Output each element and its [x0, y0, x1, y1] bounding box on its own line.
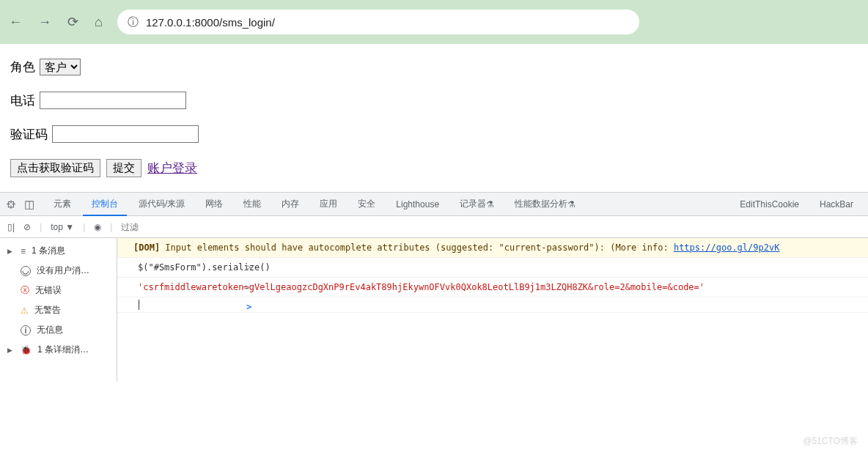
console-sidebar: ▶≡1 条消息 ◡没有用户消… ⓧ无错误 ⚠无警告 i无信息 ▶🐞1 条详细消…: [0, 238, 117, 382]
tab-application[interactable]: 应用: [311, 193, 346, 216]
nav-icons: ← → ⟳ ⌂: [9, 14, 103, 30]
sidebar-verbose[interactable]: ▶🐞1 条详细消…: [0, 340, 117, 360]
get-code-button[interactable]: 点击获取验证码: [10, 159, 100, 177]
role-label: 角色: [10, 59, 35, 75]
sidebar-toggle-icon[interactable]: ▯|: [7, 222, 15, 232]
inspect-icon[interactable]: ⯐: [6, 198, 17, 211]
tab-console[interactable]: 控制台: [83, 193, 127, 216]
filter-input[interactable]: [121, 222, 209, 232]
console-input-line: $("#SmsForm").serialize(): [117, 258, 868, 278]
tab-security[interactable]: 安全: [349, 193, 384, 216]
tab-hackbar[interactable]: HackBar: [811, 193, 862, 216]
submit-button[interactable]: 提交: [106, 159, 141, 177]
sidebar-errors[interactable]: ⓧ无错误: [0, 281, 117, 300]
devtools: ⯐ ◫ 元素 控制台 源代码/来源 网络 性能 内存 应用 安全 Lightho…: [0, 192, 868, 382]
role-select[interactable]: 客户: [40, 59, 81, 75]
back-icon[interactable]: ←: [9, 15, 22, 30]
tab-elements[interactable]: 元素: [45, 193, 80, 216]
devtools-tabs: ⯐ ◫ 元素 控制台 源代码/来源 网络 性能 内存 应用 安全 Lightho…: [0, 193, 868, 216]
browser-chrome: ← → ⟳ ⌂ ⓘ 127.0.0.1:8000/sms_login/: [0, 0, 868, 44]
sidebar-warnings[interactable]: ⚠无警告: [0, 300, 117, 320]
device-icon[interactable]: ◫: [24, 198, 34, 211]
url-text: 127.0.0.1:8000/sms_login/: [146, 16, 275, 29]
console-output-line: 'csrfmiddlewaretoken=gVelLgeaogzcDgXnP9r…: [117, 278, 868, 297]
phone-label: 电话: [10, 92, 35, 109]
tab-lighthouse[interactable]: Lighthouse: [387, 193, 448, 216]
console-output: [DOM] Input elements should have autocom…: [117, 238, 868, 382]
tab-editthiscookie[interactable]: EditThisCookie: [731, 193, 808, 216]
sidebar-user-messages[interactable]: ◡没有用户消…: [0, 261, 117, 281]
reload-icon[interactable]: ⟳: [67, 14, 78, 30]
context-selector[interactable]: top ▼: [51, 222, 74, 232]
console-toolbar: ▯| ⊘ | top ▼ | ◉ |: [0, 216, 868, 238]
phone-input[interactable]: [40, 92, 186, 109]
home-icon[interactable]: ⌂: [95, 15, 103, 30]
tab-recorder[interactable]: 记录器 ⚗: [451, 193, 503, 216]
tab-performance[interactable]: 性能: [235, 193, 270, 216]
site-info-icon[interactable]: ⓘ: [128, 15, 139, 29]
page-content: 角色 客户 电话 验证码 点击获取验证码 提交 账户登录: [0, 44, 868, 192]
clear-console-icon[interactable]: ⊘: [23, 222, 31, 232]
console-warning-line: [DOM] Input elements should have autocom…: [117, 238, 868, 258]
account-login-link[interactable]: 账户登录: [147, 160, 197, 177]
tab-sources[interactable]: 源代码/来源: [130, 193, 194, 216]
tab-network[interactable]: 网络: [196, 193, 232, 216]
live-expression-icon[interactable]: ◉: [94, 222, 101, 232]
code-label: 验证码: [10, 126, 48, 143]
address-bar[interactable]: ⓘ 127.0.0.1:8000/sms_login/: [117, 10, 639, 34]
code-input[interactable]: [52, 125, 199, 143]
sidebar-info[interactable]: i无信息: [0, 320, 117, 340]
tab-memory[interactable]: 内存: [273, 193, 308, 216]
warning-more-info-link[interactable]: https://goo.gl/9p2vK: [674, 242, 780, 253]
watermark: @51CTO博客: [803, 435, 858, 448]
tab-perfanalysis[interactable]: 性能数据分析 ⚗: [506, 193, 584, 216]
sidebar-messages[interactable]: ▶≡1 条消息: [0, 241, 117, 261]
forward-icon[interactable]: →: [38, 15, 51, 30]
console-prompt[interactable]: [117, 297, 868, 313]
